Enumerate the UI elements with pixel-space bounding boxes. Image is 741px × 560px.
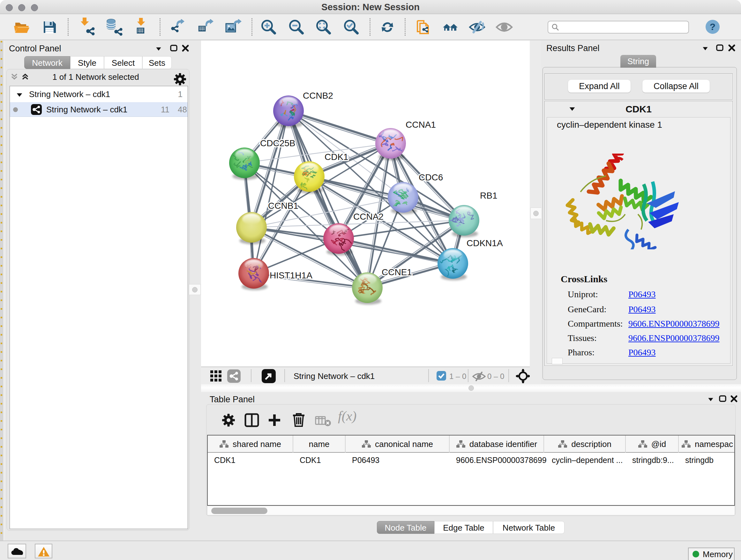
svg-text:HIST1H1A: HIST1H1A xyxy=(270,270,313,280)
svg-text:RB1: RB1 xyxy=(480,191,497,200)
svg-text:CDC25B: CDC25B xyxy=(260,138,295,148)
svg-text:CDKN1A: CDKN1A xyxy=(467,238,503,248)
svg-text:CCNB1: CCNB1 xyxy=(268,201,298,211)
svg-text:CCNE1: CCNE1 xyxy=(382,267,412,277)
svg-text:CDC6: CDC6 xyxy=(419,172,443,182)
svg-text:CCNA1: CCNA1 xyxy=(406,120,436,130)
svg-text:CCNA2: CCNA2 xyxy=(353,212,384,222)
svg-text:CDK1: CDK1 xyxy=(325,152,348,162)
svg-text:CCNB2: CCNB2 xyxy=(303,91,333,101)
